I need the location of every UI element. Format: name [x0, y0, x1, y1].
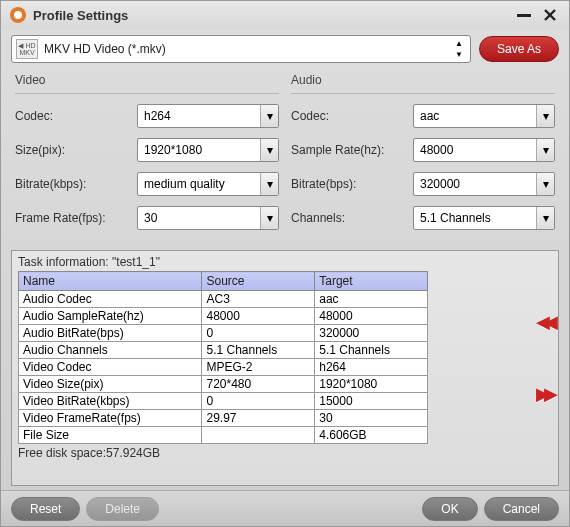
chevron-down-icon: ▾ [260, 173, 278, 195]
table-cell: 29.97 [202, 410, 315, 427]
table-cell: 5.1 Channels [315, 342, 428, 359]
table-cell: Video BitRate(kbps) [19, 393, 202, 410]
svg-rect-2 [517, 14, 531, 17]
audio-channels-select[interactable]: 5.1 Channels▾ [413, 206, 555, 230]
profile-select[interactable]: ◀ HDMKV MKV HD Video (*.mkv) ▲▼ [11, 35, 471, 63]
delete-button[interactable]: Delete [86, 497, 159, 521]
table-cell: Video Codec [19, 359, 202, 376]
close-button[interactable] [539, 7, 561, 23]
content: ◀ HDMKV MKV HD Video (*.mkv) ▲▼ Save As … [1, 29, 569, 490]
video-codec-label: Codec: [15, 109, 137, 123]
video-framerate-label: Frame Rate(fps): [15, 211, 137, 225]
audio-samplerate-select[interactable]: 48000▾ [413, 138, 555, 162]
table-cell: Video FrameRate(fps) [19, 410, 202, 427]
video-framerate-select[interactable]: 30▾ [137, 206, 279, 230]
chevron-down-icon: ▾ [260, 105, 278, 127]
table-row: Video Size(pix)720*4801920*1080 [19, 376, 428, 393]
table-cell: AC3 [202, 291, 315, 308]
table-cell: Audio Codec [19, 291, 202, 308]
task-info-title: Task information: "test1_1" [18, 255, 552, 269]
table-cell [202, 427, 315, 444]
profile-row: ◀ HDMKV MKV HD Video (*.mkv) ▲▼ Save As [11, 35, 559, 63]
reset-button[interactable]: Reset [11, 497, 80, 521]
save-as-button[interactable]: Save As [479, 36, 559, 62]
table-row: File Size4.606GB [19, 427, 428, 444]
ok-button[interactable]: OK [422, 497, 477, 521]
table-cell: MPEG-2 [202, 359, 315, 376]
table-cell: File Size [19, 427, 202, 444]
table-row: Video FrameRate(fps)29.9730 [19, 410, 428, 427]
audio-panel: Audio Codec: aac▾ Sample Rate(hz): 48000… [291, 73, 555, 240]
minimize-button[interactable] [513, 7, 535, 23]
chevron-down-icon: ▾ [536, 139, 554, 161]
next-button[interactable]: ▶▶ [536, 383, 552, 405]
table-cell: Audio Channels [19, 342, 202, 359]
table-row: Audio CodecAC3aac [19, 291, 428, 308]
table-row: Audio BitRate(bps)0320000 [19, 325, 428, 342]
table-cell: Video Size(pix) [19, 376, 202, 393]
audio-codec-label: Codec: [291, 109, 413, 123]
audio-codec-select[interactable]: aac▾ [413, 104, 555, 128]
video-bitrate-select[interactable]: medium quality▾ [137, 172, 279, 196]
table-cell: 48000 [315, 308, 428, 325]
audio-channels-label: Channels: [291, 211, 413, 225]
video-heading: Video [15, 73, 279, 94]
table-row: Audio SampleRate(hz)4800048000 [19, 308, 428, 325]
table-cell: h264 [315, 359, 428, 376]
table-cell: Audio BitRate(bps) [19, 325, 202, 342]
window-title: Profile Settings [33, 8, 509, 23]
prev-button[interactable]: ◀◀ [536, 311, 552, 333]
task-info-panel: Task information: "test1_1" NameSourceTa… [11, 250, 559, 486]
table-row: Video CodecMPEG-2h264 [19, 359, 428, 376]
audio-samplerate-label: Sample Rate(hz): [291, 143, 413, 157]
video-codec-select[interactable]: h264▾ [137, 104, 279, 128]
app-icon [9, 6, 27, 24]
table-cell: 720*480 [202, 376, 315, 393]
profile-spinner[interactable]: ▲▼ [452, 38, 466, 60]
table-cell: 0 [202, 393, 315, 410]
audio-heading: Audio [291, 73, 555, 94]
table-cell: 0 [202, 325, 315, 342]
table-cell: 48000 [202, 308, 315, 325]
settings-panels: Video Codec: h264▾ Size(pix): 1920*1080▾… [11, 69, 559, 250]
table-cell: Audio SampleRate(hz) [19, 308, 202, 325]
chevron-down-icon: ▾ [260, 207, 278, 229]
task-info-table: NameSourceTarget Audio CodecAC3aacAudio … [18, 271, 428, 444]
video-panel: Video Codec: h264▾ Size(pix): 1920*1080▾… [15, 73, 279, 240]
table-header: Source [202, 272, 315, 291]
table-cell: 30 [315, 410, 428, 427]
free-disk-label: Free disk space:57.924GB [18, 446, 552, 460]
profile-selected-label: MKV HD Video (*.mkv) [44, 42, 452, 56]
chevron-down-icon: ▾ [260, 139, 278, 161]
audio-bitrate-select[interactable]: 320000▾ [413, 172, 555, 196]
table-row: Audio Channels5.1 Channels5.1 Channels [19, 342, 428, 359]
window: Profile Settings ◀ HDMKV MKV HD Video (*… [0, 0, 570, 527]
table-cell: 15000 [315, 393, 428, 410]
format-icon: ◀ HDMKV [16, 39, 38, 59]
audio-bitrate-label: Bitrate(bps): [291, 177, 413, 191]
table-cell: 1920*1080 [315, 376, 428, 393]
table-cell: aac [315, 291, 428, 308]
titlebar: Profile Settings [1, 1, 569, 29]
video-size-select[interactable]: 1920*1080▾ [137, 138, 279, 162]
svg-point-1 [14, 11, 22, 19]
table-cell: 5.1 Channels [202, 342, 315, 359]
table-cell: 320000 [315, 325, 428, 342]
video-size-label: Size(pix): [15, 143, 137, 157]
table-header: Target [315, 272, 428, 291]
footer: Reset Delete OK Cancel [1, 490, 569, 526]
cancel-button[interactable]: Cancel [484, 497, 559, 521]
chevron-down-icon: ▾ [536, 207, 554, 229]
chevron-down-icon: ▾ [536, 105, 554, 127]
chevron-down-icon: ▾ [536, 173, 554, 195]
video-bitrate-label: Bitrate(kbps): [15, 177, 137, 191]
table-cell: 4.606GB [315, 427, 428, 444]
table-header: Name [19, 272, 202, 291]
table-row: Video BitRate(kbps)015000 [19, 393, 428, 410]
